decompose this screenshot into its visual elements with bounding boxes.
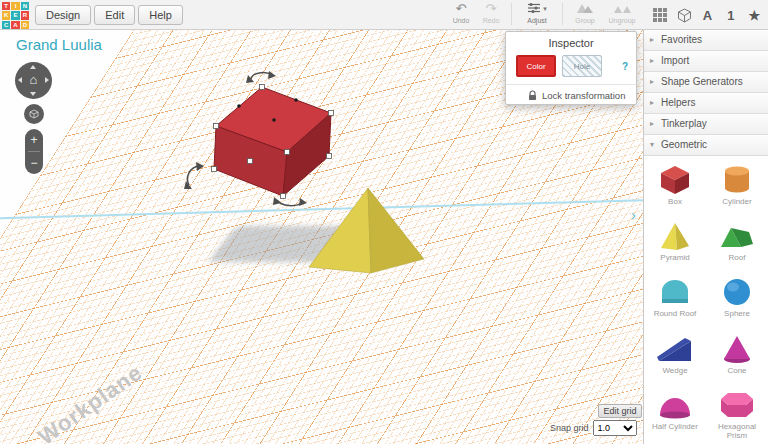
section-label: Shape Generators	[661, 76, 743, 87]
shape-grid-category-icon[interactable]	[651, 4, 671, 26]
orbit-view-control[interactable]	[24, 104, 44, 124]
shape-item-hexagonal-prism[interactable]: Hexagonal Prism	[708, 389, 766, 440]
ungroup-button[interactable]: Ungroup	[602, 2, 642, 24]
shape-label: Roof	[708, 253, 766, 262]
design-title: Grand Luulia	[16, 36, 102, 53]
group-label: Group	[568, 17, 602, 24]
adjust-label: Adjust	[517, 17, 557, 24]
chevron-right-icon: ▸	[650, 72, 654, 92]
pyramid-shape[interactable]	[309, 188, 424, 273]
shape-item-cylinder[interactable]: Cylinder	[708, 164, 766, 206]
section-label: Favorites	[661, 34, 702, 45]
solids-category-icon[interactable]	[674, 4, 694, 26]
selected-box-shape[interactable]	[184, 71, 334, 206]
caret-down-icon: ▾	[543, 5, 547, 12]
snap-grid-select[interactable]: 1.0	[593, 420, 637, 436]
pan-home-control[interactable]: ⌂	[15, 62, 52, 99]
sidebar-section-favorites[interactable]: ▸ Favorites	[644, 30, 768, 51]
ungroup-icon	[613, 2, 632, 14]
inspector-title: Inspector	[506, 37, 636, 49]
sidebar-section-geometric[interactable]: ▾ Geometric	[644, 135, 768, 156]
section-label: Import	[661, 55, 689, 66]
lock-transformation-label: Lock transformation	[542, 90, 625, 101]
shape-item-roof[interactable]: Roof	[708, 220, 766, 262]
shape-label: Half Cylinder	[646, 422, 704, 431]
logo-tile: E	[11, 11, 19, 19]
group-button[interactable]: Group	[568, 2, 602, 24]
hole-swatch[interactable]: Hole	[562, 55, 602, 77]
edit-tools: ↶ Undo ↷ Redo ▾ Adjust Group	[446, 2, 642, 25]
shape-item-cone[interactable]: Cone	[708, 333, 766, 375]
shape-label: Round Roof	[646, 309, 704, 318]
logo-tile: I	[11, 2, 19, 10]
shape-label: Box	[646, 197, 704, 206]
redo-icon: ↷	[476, 2, 506, 16]
logo-tile: K	[2, 11, 10, 19]
sidebar-section-helpers[interactable]: ▸ Helpers	[644, 93, 768, 114]
pan-left-icon[interactable]	[18, 77, 22, 83]
chevron-right-icon: ▸	[650, 114, 654, 134]
lock-icon	[528, 90, 537, 101]
shape-label: Cylinder	[708, 197, 766, 206]
undo-icon: ↶	[446, 2, 476, 16]
main-menu: Design Edit Help	[35, 5, 183, 25]
chevron-right-icon: ▸	[650, 51, 654, 71]
sidebar-collapse-handle[interactable]: ›	[631, 206, 636, 223]
round-roof-shape-icon	[656, 276, 694, 308]
sidebar-section-shape-generators[interactable]: ▸ Shape Generators	[644, 72, 768, 93]
sidebar-section-import[interactable]: ▸ Import	[644, 51, 768, 72]
redo-label: Redo	[476, 17, 506, 24]
pan-up-icon[interactable]	[30, 65, 36, 69]
logo-tile: A	[11, 21, 19, 29]
zoom-control: + −	[25, 129, 43, 174]
shape-item-half-cylinder[interactable]: Half Cylinder	[646, 389, 704, 440]
tinkercad-logo[interactable]: T I N K E R C A D	[2, 2, 29, 29]
logo-tile: D	[21, 21, 29, 29]
inspector-panel: Inspector Color Hole ? Lock transformati…	[505, 31, 637, 105]
wedge-shape-icon	[656, 333, 694, 365]
section-label: Helpers	[661, 97, 695, 108]
edit-grid-button[interactable]: Edit grid	[598, 404, 642, 418]
toolbar-separator	[511, 3, 512, 25]
redo-button[interactable]: ↷ Redo	[476, 2, 506, 24]
cylinder-shape-icon	[718, 164, 756, 196]
snap-grid-control: Snap grid 1.0	[550, 420, 637, 436]
shape-label: Cone	[708, 366, 766, 375]
help-icon[interactable]: ?	[622, 61, 628, 72]
hexagonal-prism-shape-icon	[718, 389, 756, 421]
ungroup-label: Ungroup	[602, 17, 642, 24]
zoom-in-button[interactable]: +	[25, 129, 43, 151]
pan-down-icon[interactable]	[30, 92, 36, 96]
letters-category-icon[interactable]: A	[697, 4, 717, 26]
shape-label: Pyramid	[646, 253, 704, 262]
menu-design-button[interactable]: Design	[35, 5, 91, 25]
half-cylinder-shape-icon	[656, 389, 694, 421]
undo-label: Undo	[446, 17, 476, 24]
shape-item-wedge[interactable]: Wedge	[646, 333, 704, 375]
logo-tile: T	[2, 2, 10, 10]
sidebar-section-tinkerplay[interactable]: ▸ Tinkerplay	[644, 114, 768, 135]
sphere-shape-icon	[718, 276, 756, 308]
undo-button[interactable]: ↶ Undo	[446, 2, 476, 24]
color-swatch[interactable]: Color	[516, 55, 556, 77]
toolbar-separator	[562, 3, 563, 25]
shape-item-round-roof[interactable]: Round Roof	[646, 276, 704, 318]
zoom-out-button[interactable]: −	[25, 152, 43, 174]
pan-right-icon[interactable]	[45, 77, 49, 83]
chevron-down-icon: ▾	[650, 135, 654, 155]
menu-edit-button[interactable]: Edit	[94, 5, 135, 25]
shape-item-sphere[interactable]: Sphere	[708, 276, 766, 318]
adjust-button[interactable]: ▾ Adjust	[517, 2, 557, 24]
numbers-category-icon[interactable]: 1	[721, 4, 741, 26]
symbols-category-icon[interactable]: ★	[744, 4, 764, 26]
adjust-icon	[527, 2, 543, 14]
cone-shape-icon	[718, 333, 756, 365]
menu-help-button[interactable]: Help	[138, 5, 183, 25]
orbit-cube-icon	[29, 109, 39, 119]
shape-item-box[interactable]: Box	[646, 164, 704, 206]
group-icon	[576, 2, 594, 14]
logo-tile: R	[21, 11, 29, 19]
lock-transformation-toggle[interactable]: Lock transformation	[506, 85, 636, 101]
roof-shape-icon	[718, 220, 756, 252]
shape-item-pyramid[interactable]: Pyramid	[646, 220, 704, 262]
